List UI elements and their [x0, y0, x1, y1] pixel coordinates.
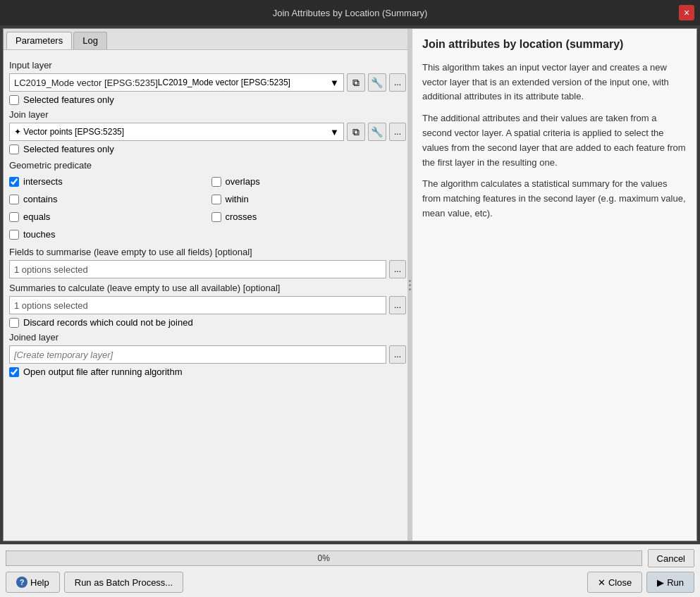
main-content: Parameters Log Input layer LC2019_Mode v…: [3, 28, 697, 541]
open-output-label: Open output file after running algorithm: [23, 367, 182, 377]
cancel-button[interactable]: Cancel: [648, 549, 694, 567]
help-panel: Join attributes by location (summary) Th…: [412, 29, 696, 541]
input-layer-label: Input layer: [9, 60, 406, 70]
left-panel: Parameters Log Input layer LC2019_Mode v…: [4, 29, 412, 541]
tab-bar: Parameters Log: [4, 29, 412, 50]
help-paragraph-3: The algorithm calculates a statistical s…: [422, 177, 687, 221]
predicate-intersects-label: intersects: [23, 176, 63, 187]
open-output-checkbox[interactable]: [9, 367, 19, 377]
right-actions: ✕ Close ▶ Run: [587, 572, 694, 593]
join-layer-edit-button[interactable]: 🔧: [368, 123, 386, 141]
join-layer-row: ✦ Vector points [EPSG:5235] ▼ ⧉ 🔧 ...: [9, 123, 406, 141]
help-icon: ?: [16, 577, 27, 588]
batch-button[interactable]: Run as Batch Process...: [64, 572, 183, 593]
predicate-intersects-row: intersects: [9, 176, 204, 187]
join-layer-copy-button[interactable]: ⧉: [347, 123, 365, 141]
predicate-intersects-checkbox[interactable]: [9, 177, 19, 187]
input-layer-row: LC2019_Mode vector [EPSG:5235] LC2019_Mo…: [9, 73, 406, 92]
predicate-touches-label: touches: [23, 229, 56, 240]
discard-records-row: Discard records which could not be joine…: [9, 317, 406, 328]
title-bar: Join Attributes by Location (Summary) ×: [0, 0, 700, 25]
action-row: ? Help Run as Batch Process... ✕ Close ▶…: [6, 572, 694, 593]
summaries-row: ...: [9, 296, 406, 314]
predicate-overlaps-label: overlaps: [226, 176, 260, 187]
fields-summarise-input[interactable]: [9, 260, 386, 278]
join-layer-selected-only-row: Selected features only: [9, 144, 406, 154]
predicate-touches-checkbox[interactable]: [9, 230, 19, 240]
predicate-equals-checkbox[interactable]: [9, 212, 19, 222]
input-layer-combo[interactable]: LC2019_Mode vector [EPSG:5235] LC2019_Mo…: [9, 73, 344, 92]
join-layer-combo[interactable]: ✦ Vector points [EPSG:5235] ▼: [9, 123, 344, 141]
summaries-label: Summaries to calculate (leave empty to u…: [9, 283, 406, 293]
window-title: Join Attributes by Location (Summary): [273, 8, 428, 18]
input-layer-arrow: ▼: [330, 78, 339, 88]
close-icon: ✕: [598, 577, 606, 588]
input-layer-value: LC2019_Mode vector [EPSG:5235]: [14, 78, 158, 88]
input-layer-selected-checkbox[interactable]: [9, 95, 19, 105]
input-layer-more-button[interactable]: ...: [389, 73, 406, 92]
resize-handle[interactable]: [407, 29, 412, 541]
geometric-predicate-grid: intersects overlaps contains within equa…: [9, 173, 406, 242]
input-layer-selected-only-row: Selected features only: [9, 94, 406, 105]
summaries-input[interactable]: [9, 296, 386, 314]
run-icon: ▶: [657, 577, 664, 588]
predicate-equals-row: equals: [9, 211, 204, 222]
discard-records-checkbox[interactable]: [9, 318, 19, 328]
predicate-within-label: within: [226, 194, 249, 204]
join-layer-arrow: ▼: [330, 127, 339, 137]
run-button[interactable]: ▶ Run: [646, 572, 694, 593]
progress-label: 0%: [318, 553, 330, 563]
help-title: Join attributes by location (summary): [422, 37, 687, 52]
left-actions: ? Help Run as Batch Process...: [6, 572, 183, 593]
fields-summarise-label: Fields to summarise (leave empty to use …: [9, 247, 406, 257]
predicate-touches-row: touches: [9, 229, 204, 240]
joined-layer-input[interactable]: [9, 345, 386, 364]
summaries-more-button[interactable]: ...: [389, 296, 406, 314]
input-layer-edit-button[interactable]: 🔧: [368, 73, 386, 92]
join-layer-label: Join layer: [9, 109, 406, 120]
run-button-label: Run: [667, 577, 684, 588]
joined-layer-label: Joined layer: [9, 332, 406, 343]
predicate-contains-checkbox[interactable]: [9, 195, 19, 204]
help-paragraph-2: The additional attributes and their valu…: [422, 111, 687, 170]
predicate-crosses-row: crosses: [211, 211, 407, 222]
progress-row: 0% Cancel: [6, 549, 694, 567]
progress-bar-wrapper: 0%: [6, 550, 642, 566]
input-layer-selected-label: Selected features only: [23, 94, 114, 105]
predicate-within-row: within: [211, 194, 407, 204]
bottom-area: 0% Cancel ? Help Run as Batch Process...…: [0, 544, 700, 597]
joined-layer-row: ...: [9, 345, 406, 364]
open-output-row: Open output file after running algorithm: [9, 367, 406, 377]
resize-dots: [409, 280, 411, 290]
join-layer-selected-checkbox[interactable]: [9, 144, 19, 154]
help-paragraph-1: This algorithm takes an input vector lay…: [422, 61, 687, 104]
parameters-content: Input layer LC2019_Mode vector [EPSG:523…: [4, 50, 412, 541]
tab-log[interactable]: Log: [73, 32, 107, 49]
help-button[interactable]: ? Help: [6, 572, 60, 593]
predicate-contains-label: contains: [23, 194, 57, 204]
tab-parameters[interactable]: Parameters: [6, 32, 72, 49]
geometric-predicate-label: Geometric predicate: [9, 160, 406, 171]
close-button-label: Close: [608, 577, 632, 588]
predicate-contains-row: contains: [9, 194, 204, 204]
close-button[interactable]: ✕ Close: [587, 572, 642, 593]
input-layer-copy-button[interactable]: ⧉: [347, 73, 365, 92]
help-button-label: Help: [30, 577, 49, 588]
predicate-crosses-label: crosses: [226, 211, 257, 222]
predicate-overlaps-row: overlaps: [211, 176, 407, 187]
join-layer-selected-label: Selected features only: [23, 144, 114, 154]
predicate-crosses-checkbox[interactable]: [211, 212, 221, 222]
predicate-overlaps-checkbox[interactable]: [211, 177, 221, 187]
fields-summarise-more-button[interactable]: ...: [389, 260, 406, 278]
predicate-equals-label: equals: [23, 211, 50, 222]
predicate-within-checkbox[interactable]: [211, 195, 221, 204]
join-layer-display: ✦ Vector points [EPSG:5235]: [14, 127, 330, 137]
input-layer-display: LC2019_Mode vector [EPSG:5235]: [158, 78, 330, 87]
join-layer-more-button[interactable]: ...: [389, 123, 406, 141]
fields-summarise-row: ...: [9, 260, 406, 278]
discard-records-label: Discard records which could not be joine…: [23, 317, 193, 328]
joined-layer-more-button[interactable]: ...: [389, 345, 406, 364]
window-close-button[interactable]: ×: [679, 5, 694, 20]
